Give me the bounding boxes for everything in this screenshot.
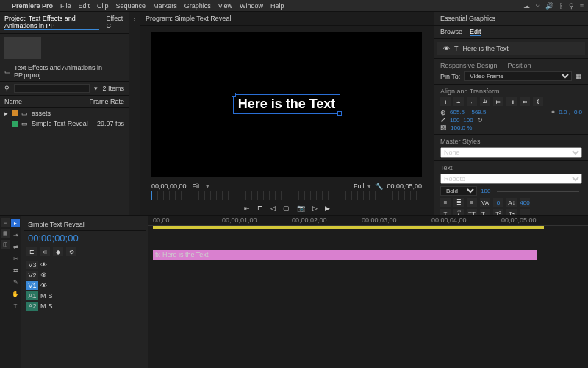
insert-button[interactable]: ⊏ bbox=[257, 205, 263, 212]
wifi-icon[interactable]: ⌔ bbox=[536, 2, 539, 10]
tab-browse[interactable]: Browse bbox=[440, 28, 462, 36]
tab-timeline[interactable]: Simple Text Reveal bbox=[28, 221, 85, 228]
mark-in-button[interactable]: ⇤ bbox=[244, 205, 250, 212]
align-hcenter-icon[interactable]: ⫠ bbox=[453, 97, 464, 106]
font-select[interactable]: Roboto bbox=[440, 174, 582, 184]
align-vcenter-icon[interactable]: ⫢ bbox=[493, 97, 503, 106]
tracking-value[interactable]: 0 bbox=[493, 198, 503, 207]
tab-program[interactable]: Program: Simple Text Reveal bbox=[146, 15, 231, 22]
bin-row[interactable]: ▸ ▭ assets bbox=[0, 108, 129, 118]
tab-edit[interactable]: Edit bbox=[470, 28, 481, 36]
track-select-icon[interactable]: ⇥ bbox=[11, 230, 20, 239]
program-ruler[interactable] bbox=[151, 191, 422, 200]
smallcaps-icon[interactable]: Tᴛ bbox=[480, 209, 490, 215]
align-top-icon[interactable]: ⫡ bbox=[480, 97, 490, 106]
menu-edit[interactable]: Edit bbox=[79, 2, 90, 10]
menu-graphics[interactable]: Graphics bbox=[184, 2, 211, 10]
quality[interactable]: Full bbox=[354, 183, 365, 190]
opacity-value[interactable]: 100.0 % bbox=[451, 124, 472, 131]
viewport[interactable]: Here is the Text bbox=[151, 32, 422, 177]
anc-y[interactable]: 0.0 bbox=[574, 109, 582, 116]
menu-clip[interactable]: Clip bbox=[97, 2, 109, 10]
distribute-h-icon[interactable]: ⇔ bbox=[520, 97, 530, 106]
timecode-left[interactable]: 00;00;00;00 bbox=[151, 183, 187, 190]
ripple-edit-icon[interactable]: ⇄ bbox=[11, 242, 20, 251]
freeform-icon[interactable]: ◫ bbox=[1, 240, 10, 249]
track-a1[interactable]: A1 bbox=[26, 291, 38, 300]
video-clip[interactable]: fxHere is the Text bbox=[153, 250, 537, 260]
stop-button[interactable]: ▢ bbox=[283, 205, 290, 212]
master-styles-select[interactable]: None bbox=[440, 147, 582, 158]
sequence-row[interactable]: ▭ Simple Text Reveal 29.97 fps bbox=[0, 118, 129, 129]
layer-row[interactable]: 👁 T Here is the Text bbox=[437, 42, 585, 55]
slip-tool-icon[interactable]: ⇆ bbox=[11, 266, 20, 275]
font-weight-select[interactable]: Bold bbox=[440, 186, 477, 196]
step-fwd-button[interactable]: ▷ bbox=[312, 205, 318, 212]
menu-file[interactable]: File bbox=[60, 2, 71, 10]
volume-icon[interactable]: 🔊 bbox=[545, 2, 553, 10]
icon-view-icon[interactable]: ▦ bbox=[1, 229, 10, 238]
linked-icon[interactable]: ⊂ bbox=[40, 247, 50, 256]
timeline-ruler[interactable]: 00;00 00;00;01;00 00;00;02;00 00;00;03;0… bbox=[148, 216, 588, 226]
faux-bold-icon[interactable]: T bbox=[440, 209, 451, 215]
tab-project[interactable]: Project: Text Effects and Animations in … bbox=[4, 15, 99, 30]
menu-help[interactable]: Help bbox=[270, 2, 284, 10]
align-left-text-icon[interactable]: ≡ bbox=[440, 198, 451, 207]
align-center-text-icon[interactable]: ≣ bbox=[453, 198, 464, 207]
timeline-canvas[interactable]: 00;00 00;00;01;00 00;00;02;00 00;00;03;0… bbox=[148, 216, 588, 368]
hand-tool-icon[interactable]: ✋ bbox=[11, 289, 20, 298]
leading-icon[interactable]: A↕ bbox=[506, 198, 517, 207]
scale-w[interactable]: 100 bbox=[450, 117, 459, 124]
anc-x[interactable]: 0.0 , bbox=[559, 109, 570, 116]
underline-icon[interactable]: _ bbox=[520, 209, 530, 215]
zoom-fit[interactable]: Fit bbox=[193, 183, 200, 190]
align-right-text-icon[interactable]: ≡ bbox=[467, 198, 477, 207]
subscript-icon[interactable]: T₂ bbox=[506, 209, 517, 215]
font-size[interactable]: 100 bbox=[481, 188, 490, 194]
track-v2[interactable]: V2 bbox=[26, 271, 38, 280]
menu-sequence[interactable]: Sequence bbox=[116, 2, 146, 10]
toggle-output-icon[interactable]: 👁 bbox=[40, 282, 47, 289]
menu-view[interactable]: View bbox=[218, 2, 232, 10]
align-bottom-icon[interactable]: ⫣ bbox=[506, 97, 517, 106]
work-area-bar[interactable] bbox=[153, 226, 544, 229]
menu-icon[interactable]: ≡ bbox=[580, 2, 584, 10]
selection-tool-icon[interactable]: ▸ bbox=[11, 219, 20, 227]
pen-tool-icon[interactable]: ✎ bbox=[11, 277, 20, 286]
bluetooth-icon[interactable]: ᛒ bbox=[559, 2, 563, 10]
pin-to-select[interactable]: Video Frame bbox=[464, 71, 572, 81]
size-slider[interactable] bbox=[497, 191, 579, 192]
tracking-icon[interactable]: VA bbox=[480, 198, 490, 207]
col-framerate[interactable]: Frame Rate bbox=[89, 98, 124, 105]
pos-x[interactable]: 605.5 , bbox=[450, 109, 467, 116]
type-tool-icon[interactable]: T bbox=[11, 301, 20, 310]
cloud-icon[interactable]: ☁ bbox=[523, 2, 530, 10]
track-v1[interactable]: V1 bbox=[26, 281, 38, 290]
faux-italic-icon[interactable]: 𝑇 bbox=[453, 209, 464, 215]
superscript-icon[interactable]: T² bbox=[493, 209, 503, 215]
playhead-icon[interactable] bbox=[151, 191, 152, 200]
project-thumbnail[interactable] bbox=[4, 37, 41, 59]
list-view-icon[interactable]: ≡ bbox=[1, 218, 10, 227]
track-a2[interactable]: A2 bbox=[26, 302, 38, 311]
play-button[interactable]: ▶ bbox=[325, 205, 330, 212]
menu-window[interactable]: Window bbox=[240, 2, 263, 10]
magnify-icon[interactable]: ⚲ bbox=[569, 2, 574, 10]
menu-markers[interactable]: Markers bbox=[153, 2, 177, 10]
pin-box-icon[interactable]: ▦ bbox=[576, 73, 582, 80]
col-name[interactable]: Name bbox=[4, 98, 89, 105]
leading-value[interactable]: 400 bbox=[520, 198, 530, 207]
scale-h[interactable]: 100 bbox=[463, 117, 473, 124]
pos-y[interactable]: 569.5 bbox=[471, 109, 486, 116]
align-left-icon[interactable]: ⫞ bbox=[440, 97, 451, 106]
chevron-icon[interactable]: › bbox=[130, 15, 139, 24]
disclosure-icon[interactable]: ▸ bbox=[4, 110, 8, 117]
filter-icon[interactable]: ▾ bbox=[94, 85, 98, 92]
settings-icon[interactable]: ⚙ bbox=[66, 247, 76, 256]
tab-effects[interactable]: Effect C bbox=[107, 15, 124, 30]
marker-icon[interactable]: ◆ bbox=[53, 247, 63, 256]
toggle-output-icon[interactable]: 👁 bbox=[40, 261, 47, 269]
eye-icon[interactable]: 👁 bbox=[443, 45, 450, 52]
wrench-icon[interactable]: 🔧 bbox=[375, 183, 383, 190]
export-frame-button[interactable]: 📷 bbox=[297, 205, 305, 212]
